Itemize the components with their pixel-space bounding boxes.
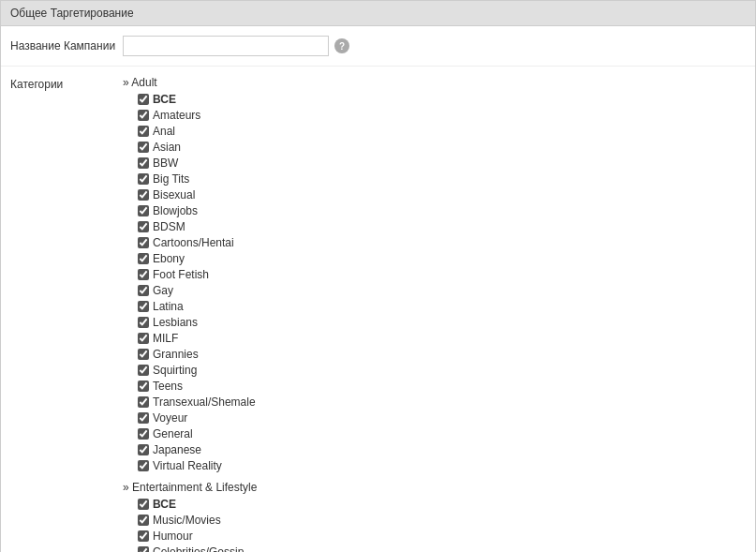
list-item: Music/Movies xyxy=(138,513,746,528)
category-checkbox[interactable] xyxy=(138,365,149,376)
category-checkbox[interactable] xyxy=(138,317,149,328)
list-item: Asian xyxy=(138,140,746,155)
category-label[interactable]: Amateurs xyxy=(153,108,200,123)
category-label[interactable]: BDSM xyxy=(153,219,185,234)
categories-label: Категории xyxy=(10,76,123,91)
category-checkbox[interactable] xyxy=(138,412,149,424)
category-label[interactable]: ВСЕ xyxy=(153,497,176,512)
category-checkbox[interactable] xyxy=(138,126,149,137)
group-header: » Adult xyxy=(123,76,746,89)
category-label[interactable]: Grannies xyxy=(153,347,199,362)
panel-body: Название Кампании ? Категории » AdultВСЕ… xyxy=(0,25,756,552)
list-item: BBW xyxy=(138,156,746,171)
category-checkbox[interactable] xyxy=(138,546,149,552)
category-label[interactable]: Foot Fetish xyxy=(153,267,209,282)
campaign-name-row: Название Кампании ? xyxy=(1,26,755,67)
category-checkbox[interactable] xyxy=(138,428,149,440)
category-label[interactable]: General xyxy=(153,426,193,441)
category-checkbox[interactable] xyxy=(138,221,149,232)
list-item: Squirting xyxy=(138,363,746,378)
category-checkbox[interactable] xyxy=(138,142,149,153)
list-item: Celebrities/Gossip xyxy=(138,545,746,552)
list-item: Amateurs xyxy=(138,108,746,123)
category-checkbox[interactable] xyxy=(138,205,149,216)
campaign-name-input[interactable] xyxy=(123,36,329,56)
list-item: Transexual/Shemale xyxy=(138,395,746,410)
category-checkbox[interactable] xyxy=(138,269,149,280)
list-item: Ebony xyxy=(138,251,746,266)
panel-header: Общее Таргетирование xyxy=(0,0,756,25)
category-label[interactable]: Celebrities/Gossip xyxy=(153,545,244,552)
category-checkbox[interactable] xyxy=(138,333,149,344)
help-icon[interactable]: ? xyxy=(334,38,349,53)
list-item: Latina xyxy=(138,299,746,314)
list-item: Virtual Reality xyxy=(138,458,746,473)
list-item: Grannies xyxy=(138,347,746,362)
category-label[interactable]: Cartoons/Hentai xyxy=(153,235,234,250)
category-checkbox[interactable] xyxy=(138,94,149,105)
category-checkbox[interactable] xyxy=(138,380,149,392)
category-label[interactable]: Big Tits xyxy=(153,172,189,186)
category-checkbox[interactable] xyxy=(138,301,149,312)
category-checkbox[interactable] xyxy=(138,237,149,248)
category-label[interactable]: Virtual Reality xyxy=(153,458,222,473)
list-item: ВСЕ xyxy=(138,92,746,107)
category-label[interactable]: Bisexual xyxy=(153,187,195,202)
category-checkbox[interactable] xyxy=(138,157,149,169)
list-item: Japanese xyxy=(138,442,746,457)
category-group: » Entertainment & LifestyleВСЕMusic/Movi… xyxy=(123,481,746,552)
campaign-name-label: Название Кампании xyxy=(10,36,123,52)
page-container: Общее Таргетирование Название Кампании ?… xyxy=(0,0,756,552)
list-item: Teens xyxy=(138,379,746,394)
category-label[interactable]: Gay xyxy=(153,283,173,298)
list-item: Anal xyxy=(138,124,746,139)
category-checkbox[interactable] xyxy=(138,349,149,360)
category-checkbox[interactable] xyxy=(138,189,149,201)
list-item: Voyeur xyxy=(138,410,746,425)
category-label[interactable]: Humour xyxy=(153,529,193,544)
category-checkbox[interactable] xyxy=(138,444,149,455)
category-checkbox[interactable] xyxy=(138,253,149,264)
categories-content: » AdultВСЕAmateursAnalAsianBBWBig TitsBi… xyxy=(123,76,746,552)
category-label[interactable]: Teens xyxy=(153,379,183,394)
category-label[interactable]: ВСЕ xyxy=(153,92,176,107)
category-label[interactable]: Music/Movies xyxy=(153,513,221,528)
category-label[interactable]: MILF xyxy=(153,331,178,346)
list-item: BDSM xyxy=(138,219,746,234)
list-item: Cartoons/Hentai xyxy=(138,235,746,250)
category-group: » AdultВСЕAmateursAnalAsianBBWBig TitsBi… xyxy=(123,76,746,473)
category-label[interactable]: Voyeur xyxy=(153,410,187,425)
list-item: MILF xyxy=(138,331,746,346)
group-items: ВСЕMusic/MoviesHumourCelebrities/GossipT… xyxy=(123,497,746,552)
group-items: ВСЕAmateursAnalAsianBBWBig TitsBisexualB… xyxy=(123,92,746,473)
category-checkbox[interactable] xyxy=(138,515,149,526)
list-item: Big Tits xyxy=(138,172,746,186)
categories-row: Категории » AdultВСЕAmateursAnalAsianBBW… xyxy=(1,67,755,552)
panel-title: Общее Таргетирование xyxy=(10,7,134,20)
category-label[interactable]: BBW xyxy=(153,156,178,171)
category-label[interactable]: Lesbians xyxy=(153,315,198,330)
list-item: Bisexual xyxy=(138,187,746,202)
category-label[interactable]: Squirting xyxy=(153,363,197,378)
category-checkbox[interactable] xyxy=(138,396,149,408)
category-label[interactable]: Japanese xyxy=(153,442,201,457)
list-item: Blowjobs xyxy=(138,203,746,218)
category-label[interactable]: Blowjobs xyxy=(153,203,198,218)
category-checkbox[interactable] xyxy=(138,460,149,471)
category-label[interactable]: Latina xyxy=(153,299,184,314)
list-item: General xyxy=(138,426,746,441)
group-header: » Entertainment & Lifestyle xyxy=(123,481,746,494)
list-item: Gay xyxy=(138,283,746,298)
category-checkbox[interactable] xyxy=(138,530,149,542)
category-checkbox[interactable] xyxy=(138,173,149,185)
list-item: Foot Fetish xyxy=(138,267,746,282)
category-label[interactable]: Transexual/Shemale xyxy=(153,395,256,410)
category-checkbox[interactable] xyxy=(138,285,149,296)
category-label[interactable]: Anal xyxy=(153,124,175,139)
list-item: ВСЕ xyxy=(138,497,746,512)
category-checkbox[interactable] xyxy=(138,499,149,510)
category-checkbox[interactable] xyxy=(138,110,149,121)
category-label[interactable]: Ebony xyxy=(153,251,185,266)
category-label[interactable]: Asian xyxy=(153,140,181,155)
campaign-name-field: ? xyxy=(123,36,746,56)
